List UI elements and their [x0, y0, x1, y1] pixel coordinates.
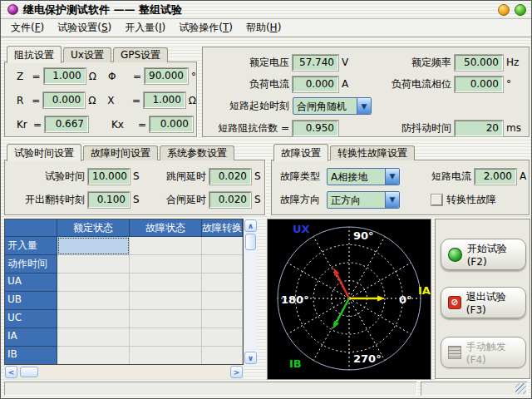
z-input[interactable]: 1.000 — [44, 68, 86, 84]
table-cell[interactable] — [57, 310, 130, 328]
row-header[interactable]: UB — [5, 292, 57, 310]
exit-test-button[interactable]: ⊘ 退出试验(F3) — [441, 287, 526, 318]
load-phase-input[interactable]: 0.000 — [455, 76, 503, 92]
rated-voltage-input[interactable]: 57.740 — [293, 55, 338, 71]
scroll-right-icon[interactable]: > — [230, 366, 243, 378]
fault-type-combo[interactable]: A相接地 ▼ — [327, 168, 400, 185]
menu-test-operation[interactable]: 试验操作(T) — [172, 19, 239, 37]
menu-binary-input[interactable]: 开入量(I) — [118, 19, 172, 37]
svg-text:IB: IB — [289, 357, 302, 370]
combo-arrow-icon[interactable]: ▼ — [385, 192, 399, 208]
table-cell[interactable] — [130, 310, 202, 328]
table-cell[interactable] — [202, 328, 243, 347]
short-current-label: 短路电流 — [406, 170, 471, 184]
col-header-rated[interactable]: 额定状态 — [57, 219, 130, 237]
close-delay-input[interactable]: 0.020 — [209, 192, 251, 208]
row-header[interactable]: IB — [5, 347, 57, 365]
table-cell[interactable] — [130, 255, 202, 273]
tab-fault-time-settings[interactable]: 故障时间设置 — [83, 145, 158, 160]
table-cell[interactable] — [130, 328, 202, 347]
short-current-input[interactable]: 2.000 — [475, 169, 516, 185]
tab-impedance-settings[interactable]: 阻抗设置 — [7, 46, 62, 63]
row-header[interactable]: UC — [5, 310, 57, 328]
test-time-panel: 试验时间设置 故障时间设置 系统参数设置 试验时间 10.000 S 跳闸延时 … — [4, 142, 265, 215]
rated-freq-input[interactable]: 50.000 — [455, 55, 503, 71]
scroll-left-icon[interactable]: < — [5, 366, 17, 378]
trip-delay-input[interactable]: 0.020 — [209, 169, 251, 185]
convert-fault-checkbox[interactable] — [431, 195, 442, 205]
table-cell[interactable] — [202, 237, 243, 255]
table-cell[interactable] — [57, 328, 130, 347]
close-button[interactable] — [515, 4, 526, 16]
short-current-unit: A — [516, 170, 526, 182]
row-header[interactable]: IA — [5, 328, 57, 347]
table-cell[interactable] — [130, 347, 202, 365]
tab-fault-settings[interactable]: 故障设置 — [273, 144, 328, 161]
fault-direction-combo[interactable]: 正方向 ▼ — [327, 191, 400, 209]
impedance-mult-input[interactable]: 0.950 — [293, 121, 338, 136]
table-cell[interactable] — [202, 273, 243, 292]
table-cell[interactable] — [202, 347, 243, 365]
r-input[interactable]: 0.000 — [43, 92, 85, 108]
horizontal-scroll-thumb[interactable] — [20, 367, 38, 377]
tab-convert-fault-settings[interactable]: 转换性故障设置 — [330, 145, 415, 160]
table-cell[interactable] — [130, 237, 202, 255]
svg-text:270°: 270° — [353, 352, 382, 365]
exit-test-icon: ⊘ — [448, 296, 461, 309]
table-cell[interactable] — [202, 255, 243, 273]
load-current-input[interactable]: 0.000 — [293, 76, 338, 92]
menu-test-settings[interactable]: 试验设置(S) — [51, 19, 118, 37]
debounce-input[interactable]: 20 — [455, 121, 503, 136]
phi-unit: ° — [188, 71, 196, 82]
tab-ux-settings[interactable]: Ux设置 — [63, 47, 111, 62]
debounce-label: 防抖动时间 — [360, 121, 451, 135]
table-cell[interactable] — [130, 292, 202, 310]
rated-voltage-label: 额定电压 — [209, 56, 289, 70]
table-cell-selected[interactable] — [57, 237, 130, 255]
flip-time-input[interactable]: 0.100 — [88, 192, 130, 208]
menu-help[interactable]: 帮助(H) — [239, 19, 288, 37]
table-cell[interactable] — [57, 273, 130, 292]
menu-file[interactable]: 文件(F) — [4, 19, 51, 37]
table-cell[interactable] — [202, 292, 243, 310]
app-icon — [7, 4, 18, 15]
svg-text:90°: 90° — [353, 229, 374, 242]
table-cell[interactable] — [57, 255, 130, 273]
svg-text:0°: 0° — [399, 293, 412, 306]
menu-bar: 文件(F) 试验设置(S) 开入量(I) 试验操作(T) 帮助(H) — [1, 19, 531, 37]
combo-arrow-icon[interactable]: ▼ — [357, 98, 371, 114]
tab-test-time-settings[interactable]: 试验时间设置 — [7, 144, 81, 161]
row-header[interactable]: UA — [5, 273, 57, 292]
scroll-up-icon[interactable]: ∧ — [244, 219, 257, 232]
tab-system-param-settings[interactable]: 系统参数设置 — [160, 145, 234, 160]
test-time-label: 试验时间 — [12, 170, 85, 184]
vertical-scrollbar[interactable]: ∧ ∨ — [244, 219, 257, 365]
svg-text:IA: IA — [418, 284, 431, 297]
table-cell[interactable] — [57, 292, 130, 310]
vertical-scroll-thumb[interactable] — [245, 234, 256, 250]
scroll-down-icon[interactable]: ∨ — [244, 352, 257, 364]
table-cell[interactable] — [57, 347, 130, 365]
kr-input[interactable]: 0.667 — [45, 116, 88, 132]
results-grid: 额定状态 故障状态 故障转换 开入量 动作时间 UA UB UC IA — [4, 219, 244, 365]
minimize-button[interactable] — [498, 4, 510, 16]
kx-input[interactable]: 0.000 — [150, 116, 193, 132]
col-header-convert[interactable]: 故障转换 — [202, 219, 243, 237]
close-delay-label: 合闸延时 — [146, 193, 206, 207]
resize-grip[interactable] — [515, 383, 526, 394]
load-current-unit: A — [338, 78, 360, 90]
short-start-combo[interactable]: 合闸角随机 ▼ — [293, 97, 372, 115]
tab-gps-settings[interactable]: GPS设置 — [113, 47, 168, 62]
test-time-unit: S — [130, 170, 143, 182]
combo-arrow-icon[interactable]: ▼ — [385, 169, 399, 185]
table-cell[interactable] — [130, 273, 202, 292]
test-time-input[interactable]: 10.000 — [88, 169, 130, 185]
start-test-button[interactable]: 开始试验(F2) — [441, 239, 526, 270]
horizontal-scrollbar[interactable]: < > — [4, 365, 244, 379]
col-header-fault[interactable]: 故障状态 — [130, 219, 202, 237]
table-cell[interactable] — [202, 310, 243, 328]
x-input[interactable]: 1.000 — [144, 92, 185, 108]
row-header[interactable]: 开入量 — [5, 237, 57, 255]
phi-input[interactable]: 90.000 — [145, 68, 188, 84]
row-header[interactable]: 动作时间 — [5, 255, 57, 273]
